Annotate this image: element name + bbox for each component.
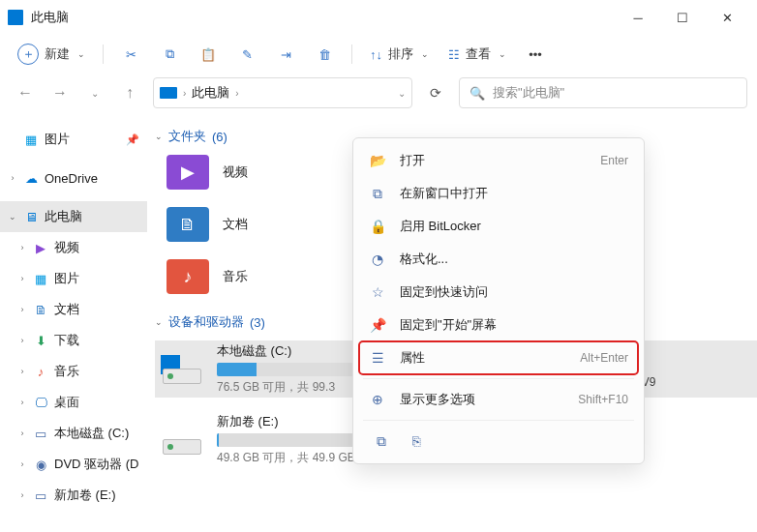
expand-icon[interactable]: › <box>17 274 27 283</box>
desktop-icon: 🖵 <box>33 395 48 410</box>
pin-icon: 📌 <box>126 133 139 146</box>
refresh-button[interactable]: ⟳ <box>420 77 451 108</box>
copy-icon: ⧉ <box>166 46 174 62</box>
delete-button[interactable]: 🗑 <box>307 39 342 70</box>
menu-separator <box>363 420 634 421</box>
new-button[interactable]: ＋ 新建 ⌄ <box>10 39 93 70</box>
sidebar-label: 音乐 <box>54 363 79 380</box>
ctx-pin-start[interactable]: 📌 固定到"开始"屏幕 <box>359 309 638 341</box>
collapse-icon[interactable]: ⌄ <box>8 212 17 222</box>
separator <box>351 44 352 64</box>
ctx-show-more[interactable]: ⊕ 显示更多选项 Shift+F10 <box>359 383 638 416</box>
share-button[interactable]: ⇥ <box>268 39 303 70</box>
music-folder-icon: ♪ <box>167 259 209 294</box>
drive-icon: ▭ <box>33 426 48 441</box>
group-count: (6) <box>212 130 227 144</box>
forward-button[interactable]: → <box>45 77 76 108</box>
breadcrumb-root[interactable]: 此电脑 <box>192 84 229 102</box>
ctx-format[interactable]: ◔ 格式化... <box>359 243 638 276</box>
ctx-open[interactable]: 📂 打开 Enter <box>359 144 638 177</box>
group-label: 设备和驱动器 <box>168 313 244 331</box>
copy-button[interactable]: ⧉ <box>152 39 187 70</box>
context-menu: 📂 打开 Enter ⧉ 在新窗口中打开 🔒 启用 BitLocker ◔ 格式… <box>352 137 645 464</box>
drive-e-icon <box>161 426 203 455</box>
sidebar-label: 桌面 <box>54 394 79 411</box>
folder-label: 视频 <box>223 163 248 181</box>
collapse-icon: ⌄ <box>155 132 163 141</box>
sidebar-item-thispc[interactable]: ⌄🖥 此电脑 <box>0 201 147 232</box>
toolbar: ＋ 新建 ⌄ ✂ ⧉ 📋 ✎ ⇥ 🗑 ↑↓ 排序 ⌄ ☷ 查看 ⌄ ••• <box>0 35 757 74</box>
sidebar-item-documents[interactable]: ›🗎 文档 <box>0 294 147 325</box>
sidebar-item-dvd[interactable]: ›◉ DVD 驱动器 (D <box>0 449 147 480</box>
expand-icon[interactable]: › <box>17 490 27 500</box>
downloads-icon: ⬇ <box>33 333 48 348</box>
chevron-down-icon: ⌄ <box>421 49 429 59</box>
rename-icon: ✎ <box>242 47 253 62</box>
chevron-down-icon: ⌄ <box>499 49 506 59</box>
ctx-new-window[interactable]: ⧉ 在新窗口中打开 <box>359 177 638 210</box>
ctx-properties[interactable]: ☰ 属性 Alt+Enter <box>359 341 638 374</box>
scissors-icon: ✂ <box>126 47 136 62</box>
expand-icon[interactable]: › <box>17 398 27 407</box>
ctx-bitlocker[interactable]: 🔒 启用 BitLocker <box>359 210 638 243</box>
expand-icon[interactable]: › <box>17 305 27 314</box>
sidebar-item-pictures[interactable]: ▦ 图片 📌 <box>0 124 147 155</box>
nav-row: ← → ⌄ ↑ › 此电脑 › ⌄ ⟳ 🔍 搜索"此电脑" <box>0 74 757 116</box>
chevron-down-icon[interactable]: ⌄ <box>398 88 406 99</box>
sidebar-item-pictures2[interactable]: ›▦ 图片 <box>0 263 147 294</box>
share-icon: ⇥ <box>281 47 291 62</box>
more-icon: ⊕ <box>369 392 386 407</box>
sidebar-item-downloads[interactable]: ›⬇ 下载 <box>0 325 147 356</box>
cloud-icon: ☁ <box>23 170 39 186</box>
minimize-button[interactable]: ─ <box>616 2 660 33</box>
dots-icon: ••• <box>529 47 542 62</box>
copy-path-icon[interactable]: ⎘ <box>408 432 425 450</box>
app-icon <box>8 10 23 25</box>
address-bar[interactable]: › 此电脑 › ⌄ <box>153 77 412 108</box>
expand-icon[interactable]: › <box>17 429 27 438</box>
sidebar-label: DVD 驱动器 (D <box>54 456 138 473</box>
view-icon: ☷ <box>448 47 460 62</box>
expand-icon[interactable]: › <box>17 336 27 345</box>
separator <box>103 44 104 64</box>
window-title: 此电脑 <box>31 9 616 26</box>
sidebar-item-desktop[interactable]: ›🖵 桌面 <box>0 387 147 418</box>
expand-icon[interactable]: › <box>17 367 27 376</box>
cut-button[interactable]: ✂ <box>113 39 148 70</box>
copy-icon[interactable]: ⧉ <box>373 432 390 450</box>
back-button[interactable]: ← <box>10 77 41 108</box>
more-button[interactable]: ••• <box>518 39 553 70</box>
sidebar-label: 图片 <box>45 131 70 148</box>
sort-icon: ↑↓ <box>370 47 382 62</box>
new-label: 新建 <box>45 45 70 63</box>
recent-button[interactable]: ⌄ <box>79 77 110 108</box>
pictures-icon: ▦ <box>23 132 39 147</box>
expand-icon[interactable]: › <box>8 173 17 183</box>
sort-button[interactable]: ↑↓ 排序 ⌄ <box>362 39 437 70</box>
new-window-icon: ⧉ <box>369 186 386 202</box>
close-button[interactable]: ✕ <box>705 2 749 33</box>
maximize-button[interactable]: ☐ <box>660 2 705 33</box>
view-button[interactable]: ☷ 查看 ⌄ <box>440 39 514 70</box>
up-button[interactable]: ↑ <box>114 77 145 108</box>
sidebar-label: 图片 <box>54 270 79 287</box>
video-icon: ▶ <box>33 240 48 255</box>
sidebar-item-local-c[interactable]: ›▭ 本地磁盘 (C:) <box>0 418 147 449</box>
expand-icon[interactable]: › <box>17 243 27 252</box>
title-bar: 此电脑 ─ ☐ ✕ <box>0 0 757 35</box>
documents-folder-icon: 🗎 <box>167 207 209 242</box>
menu-separator <box>363 378 634 379</box>
sidebar-item-onedrive[interactable]: ›☁ OneDrive <box>0 163 147 193</box>
paste-button[interactable]: 📋 <box>191 39 226 70</box>
sidebar-item-newvol-e[interactable]: ›▭ 新加卷 (E:) <box>0 480 147 511</box>
sidebar-item-video[interactable]: ›▶ 视频 <box>0 232 147 263</box>
sidebar-item-music[interactable]: ›♪ 音乐 <box>0 356 147 387</box>
pin-icon: 📌 <box>369 317 386 333</box>
search-input[interactable]: 🔍 搜索"此电脑" <box>459 77 747 108</box>
ctx-icon-row: ⧉ ⎘ <box>359 425 638 458</box>
rename-button[interactable]: ✎ <box>229 39 264 70</box>
expand-icon[interactable]: › <box>17 459 27 469</box>
view-label: 查看 <box>466 45 491 63</box>
ctx-pin-quick[interactable]: ☆ 固定到快速访问 <box>359 276 638 309</box>
thispc-icon <box>160 87 177 99</box>
